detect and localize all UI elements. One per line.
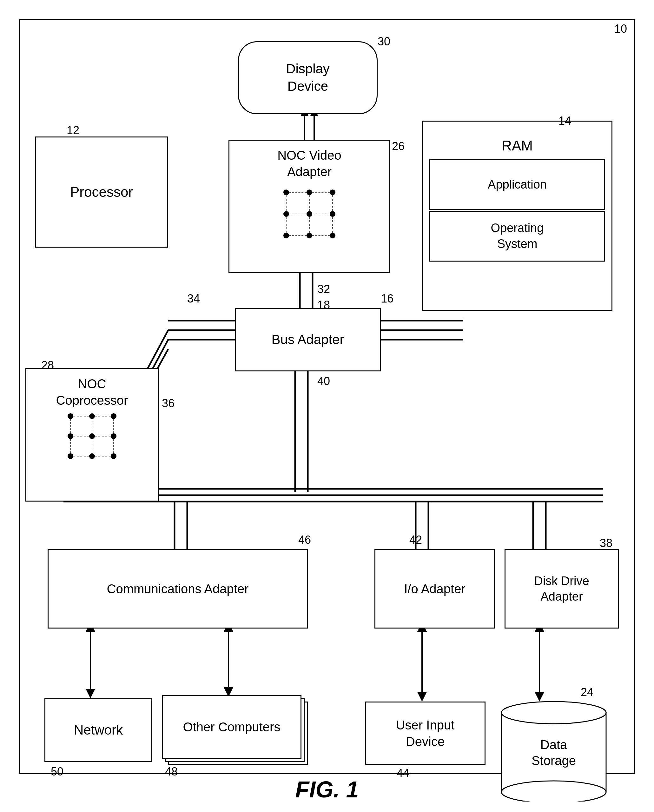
ram-label: RAM (429, 136, 605, 154)
processor-label: Processor (70, 183, 133, 201)
io-adapter-box: I/o Adapter (374, 549, 495, 628)
svg-rect-44 (501, 713, 606, 792)
ref-10: 10 (614, 22, 627, 35)
ref-48: 48 (165, 765, 178, 778)
communications-adapter-label: Communications Adapter (107, 581, 249, 597)
ref-28: 28 (41, 359, 54, 372)
ref-26: 26 (392, 140, 405, 153)
disk-drive-adapter-label: Disk Drive Adapter (534, 573, 589, 605)
user-input-device-box: User Input Device (365, 702, 486, 765)
ref-14: 14 (558, 114, 571, 128)
operating-system-label: Operating System (491, 220, 544, 252)
data-storage-svg: Data Storage (498, 694, 609, 801)
noc-coprocessor-label: NOC Coprocessor (56, 376, 128, 408)
application-label: Application (488, 177, 547, 193)
ram-box: RAM Application 20 Operating System 22 (422, 121, 613, 311)
ref-34: 34 (187, 292, 200, 305)
page: 10 (0, 0, 654, 812)
noc-coprocessor-box: NOC Coprocessor (25, 368, 159, 502)
ref-20: 20 (585, 161, 654, 176)
ref-22: 22 (585, 208, 654, 223)
processor-box: Processor (35, 136, 168, 248)
operating-system-box: Operating System (429, 211, 605, 261)
ref-36: 36 (162, 397, 174, 410)
ref-18: 18 (317, 298, 330, 312)
ref-16: 16 (381, 292, 393, 305)
ref-12: 12 (67, 124, 79, 137)
svg-point-46 (501, 781, 606, 801)
ref-30: 30 (377, 35, 390, 48)
ref-44: 44 (397, 767, 410, 780)
other-computers-label: Other Computers (183, 720, 281, 734)
disk-drive-adapter-box: Disk Drive Adapter (504, 549, 619, 628)
noc-video-adapter-label: NOC Video Adapter (277, 147, 341, 180)
other-computers-box: Other Computers (162, 695, 301, 758)
bus-adapter-box: Bus Adapter (235, 308, 381, 372)
application-box: Application (429, 159, 605, 210)
ref-24: 24 (581, 686, 593, 699)
ref-32: 32 (317, 283, 330, 296)
ref-40: 40 (317, 375, 330, 388)
io-adapter-label: I/o Adapter (404, 581, 465, 597)
ref-46: 46 (298, 533, 311, 547)
noc-video-adapter-box: NOC Video Adapter (228, 140, 390, 273)
data-storage-container: Data Storage (498, 694, 609, 803)
ref-50: 50 (51, 765, 63, 778)
ref-42: 42 (410, 533, 422, 547)
network-label: Network (74, 722, 123, 739)
svg-point-45 (501, 702, 606, 724)
display-device-box: Display Device (238, 41, 377, 114)
svg-text:Storage: Storage (532, 754, 576, 768)
figure-label: FIG. 1 (295, 777, 359, 803)
display-device-label: Display Device (286, 60, 330, 95)
ref-38: 38 (600, 537, 613, 550)
communications-adapter-box: Communications Adapter (47, 549, 308, 628)
user-input-device-label: User Input Device (396, 717, 455, 750)
svg-text:Data: Data (540, 738, 567, 752)
network-box: Network (44, 698, 152, 762)
bus-adapter-label: Bus Adapter (272, 331, 344, 349)
